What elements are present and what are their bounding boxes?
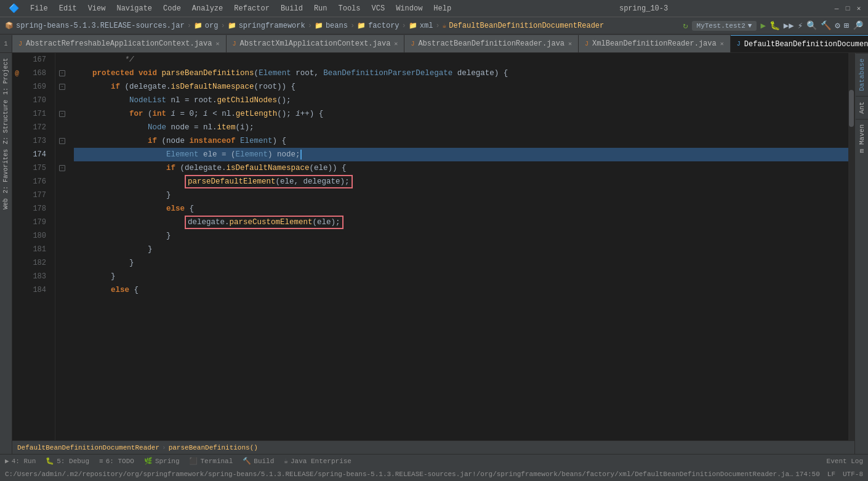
tab-abstract-bean-def-reader[interactable]: J AbstractBeanDefinitionReader.java ✕ [404,35,579,52]
jar-icon: 📦 [5,22,14,30]
tab-close-3[interactable]: ✕ [568,40,572,47]
project-toggle[interactable]: 1: Project [1,55,10,97]
fold-marker-175[interactable]: - [59,165,65,171]
menu-vcs[interactable]: VCS [368,3,389,14]
build-icon: 🔨 [243,457,251,465]
menu-view[interactable]: View [84,3,110,14]
menu-run[interactable]: Run [310,3,331,14]
fold-marker-171[interactable]: - [59,111,65,117]
folder-icon-4: 📁 [357,22,366,30]
fold-171: - [55,107,69,121]
menu-navigate[interactable]: Navigate [113,3,156,14]
breadcrumb-file[interactable]: DefaultBeanDefinitionDocumentReader [449,22,604,30]
class-icon: ☕ [443,22,447,30]
menu-build[interactable]: Build [277,3,307,14]
status-line-col[interactable]: 174:50 [795,471,820,478]
breadcrumb-org[interactable]: org [205,22,219,30]
status-encoding[interactable]: UTF-8 [843,471,863,478]
spring-label: Spring [155,458,180,465]
profile-button[interactable]: ⚡ [798,20,803,31]
breadcrumb-factory[interactable]: factory [368,22,399,30]
minimize-button[interactable]: — [832,4,841,13]
menu-window[interactable]: Window [392,3,426,14]
linenum-170: 170 [22,94,50,107]
more-button[interactable]: ⊞ [844,20,849,31]
line-info-183 [12,270,22,283]
breadcrumb-class[interactable]: DefaultBeanDefinitionDocumentReader [17,444,159,451]
tab-close-2[interactable]: ✕ [394,40,398,47]
menu-analyze[interactable]: Analyze [188,3,227,14]
breadcrumb-method[interactable]: parseBeanDefinitions() [169,444,258,451]
fold-marker-168[interactable]: - [59,70,65,76]
tab-default-bean-doc-reader[interactable]: J DefaultBeanDefinitionDocumentReader.ja… [731,35,868,52]
ant-panel-toggle[interactable]: Ant [856,96,868,119]
spring-panel-toggle[interactable]: 🌿 Spring [144,457,180,465]
line-info-168: @ [12,67,22,80]
tab-xml-bean-def-reader[interactable]: J XmlBeanDefinitionReader.java ✕ [579,35,731,52]
maven-panel-toggle[interactable]: m Maven [856,119,868,158]
code-content[interactable]: */ protected void parseBeanDefinitions(E… [69,53,848,440]
code-line-167: */ [74,53,848,67]
run-config-selector[interactable]: MyTest.test2 ▼ [692,21,757,31]
menu-file[interactable]: File [26,3,52,14]
search-button[interactable]: 🔍 [806,20,817,31]
status-lf[interactable]: LF [827,471,835,478]
menu-tools[interactable]: Tools [335,3,364,14]
tab-abstract-refreshable[interactable]: J AbstractRefreshableApplicationContext.… [12,35,227,52]
build-toggle[interactable]: 🔨 Build [243,457,274,465]
line-info-178 [12,202,22,216]
menu-refactor[interactable]: Refactor [230,3,273,14]
vertical-scrollbar[interactable] [848,53,854,440]
left-panel-strip: 1: Project Z: Structure 2: Favorites Web [0,53,12,454]
status-right: 174:50 LF UTF-8 [795,471,863,478]
breadcrumb-jar[interactable]: spring-beans-5.1.3.RELEASE-sources.jar [16,22,185,30]
scrollbar-thumb[interactable] [849,90,854,127]
structure-toggle[interactable]: Z: Structure [1,97,10,147]
breadcrumb-xml[interactable]: xml [420,22,433,30]
terminal-toggle[interactable]: ⬛ Terminal [189,457,233,465]
build-button[interactable]: 🔨 [821,20,831,31]
fold-marker-169[interactable]: - [59,84,65,90]
code-line-168: protected void parseBeanDefinitions(Elem… [74,67,848,80]
run-button[interactable]: ▶ [760,20,765,31]
web-toggle[interactable]: Web [1,196,10,212]
maximize-button[interactable]: □ [843,4,852,13]
app-icon[interactable]: 🔷 [5,2,23,15]
search-everywhere-button[interactable]: 🔎 [853,20,863,31]
breadcrumb-beans[interactable]: beans [326,22,348,30]
database-panel-toggle[interactable]: Database [856,53,868,96]
settings-button[interactable]: ⚙ [835,20,840,31]
fold-marker-173[interactable]: - [59,138,65,144]
title-bar: 🔷 File Edit View Navigate Code Analyze R… [0,0,868,17]
project-panel-icon[interactable]: 1 [4,41,7,47]
run-refresh-icon[interactable]: ↻ [683,20,688,31]
breadcrumb-springframework[interactable]: springframework [239,22,305,30]
code-editor[interactable]: @ 167 168 1 [12,53,854,440]
close-button[interactable]: ✕ [854,4,863,13]
code-line-178: else { [74,202,848,216]
coverage-button[interactable]: ▶▶ [784,20,794,31]
folder-icon-3: 📁 [315,22,323,30]
terminal-icon: ⬛ [189,457,198,465]
menu-help[interactable]: Help [430,3,455,14]
tab-close-4[interactable]: ✕ [720,40,724,47]
menu-code[interactable]: Code [159,3,185,14]
debug-button[interactable]: 🐛 [770,20,780,31]
tab-java-icon-2: J [233,41,236,47]
java-enterprise-toggle[interactable]: ☕ Java Enterprise [284,457,352,465]
tab-abstract-xml[interactable]: J AbstractXmlApplicationContext.java ✕ [227,35,405,52]
tab-java-icon-4: J [585,41,589,47]
tab-close-1[interactable]: ✕ [215,40,219,47]
run-config-label: MyTest.test2 [697,22,745,30]
fold-180 [55,229,69,243]
folder-icon-5: 📁 [409,22,417,30]
todo-panel-toggle[interactable]: ≡ 6: TODO [99,458,134,465]
red-box-176: parseDefaultElement(ele, delegate); [185,175,353,188]
debug-panel-toggle[interactable]: 🐛 5: Debug [46,457,89,465]
favorites-toggle[interactable]: 2: Favorites [1,147,10,196]
run-panel-toggle[interactable]: ▶ 4: Run [5,457,36,465]
line-info-175 [12,161,22,175]
annotation-column: @ [12,53,22,440]
event-log-toggle[interactable]: Event Log [827,458,863,465]
menu-edit[interactable]: Edit [55,3,81,14]
